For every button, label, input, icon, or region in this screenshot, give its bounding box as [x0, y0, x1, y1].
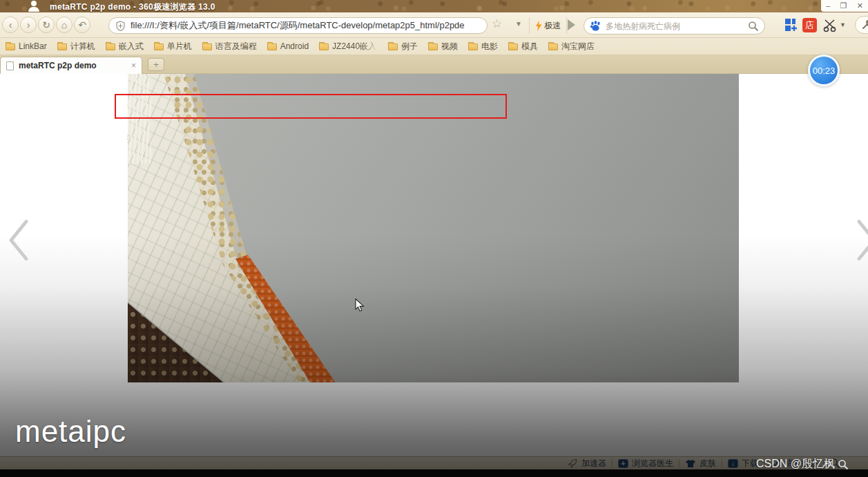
scissors-dropdown-arrow[interactable]: ▼	[840, 21, 846, 28]
undo-button[interactable]: ↶	[74, 17, 90, 33]
bookmark-label: Android	[280, 41, 309, 51]
skin-button[interactable]: 皮肤	[685, 458, 716, 469]
bookmark-label: 模具	[521, 41, 538, 52]
bookmarks-bar: LinkBar 计算机 嵌入式 单片机 语言及编程 Android JZ2440…	[0, 38, 868, 55]
speed-mode-button[interactable]: 极速	[529, 17, 567, 34]
apps-grid-icon[interactable]	[784, 18, 799, 32]
folder-icon	[468, 43, 478, 50]
bookmark-label: 例子	[401, 41, 418, 52]
letterbox-bar	[0, 469, 868, 477]
previous-arrow-icon[interactable]	[6, 218, 33, 262]
video-title-overlay: metaipc	[15, 414, 126, 449]
bookmark-label: 语言及编程	[215, 41, 257, 52]
bookmark-label: 计算机	[70, 41, 95, 52]
bookmark-item-mcu[interactable]: 单片机	[154, 41, 192, 52]
bookmark-label: 嵌入式	[119, 41, 144, 52]
shirt-icon	[685, 459, 696, 468]
tools-menu-button[interactable]	[855, 16, 868, 34]
bookmark-item-video[interactable]: 视频	[428, 41, 458, 52]
rocket-icon	[568, 458, 578, 468]
shop-icon[interactable]: 店	[802, 18, 817, 32]
bookmark-item-movies[interactable]: 电影	[468, 41, 498, 52]
bookmark-item-languages[interactable]: 语言及编程	[202, 41, 257, 52]
bookmark-item-computer[interactable]: 计算机	[57, 41, 95, 52]
folder-icon	[154, 43, 164, 50]
folder-icon	[548, 43, 558, 50]
go-arrow-button[interactable]	[568, 19, 575, 30]
search-box	[584, 17, 765, 35]
home-button[interactable]: ⌂	[56, 17, 73, 33]
bookmark-item-jz2440[interactable]: JZ2440嵌入式	[319, 41, 378, 52]
address-dropdown-arrow[interactable]: ▼	[515, 20, 522, 28]
back-button[interactable]: ‹	[2, 17, 19, 33]
bookmark-item-taobao[interactable]: 淘宝网店	[548, 41, 595, 52]
browser-toolbar: ‹ › ↻ ⌂ ↶ file:///I:/资料/嵌入式/项目篇/metaRTC/…	[0, 12, 868, 38]
bookmark-item-linkbar[interactable]: LinkBar	[6, 41, 47, 51]
tab-metartc-demo[interactable]: metaRTC p2p demo ×	[0, 57, 142, 74]
new-tab-button[interactable]: +	[148, 58, 164, 71]
page-icon	[6, 61, 14, 70]
tab-title: metaRTC p2p demo	[19, 61, 126, 70]
address-bar[interactable]: file:///I:/资料/嵌入式/项目篇/metaRTC/源码/metaRTC…	[108, 17, 488, 34]
skin-label: 皮肤	[700, 458, 716, 469]
folder-icon	[267, 43, 277, 50]
browser-doctor-button[interactable]: + 浏览器医生	[618, 458, 673, 469]
search-input[interactable]	[606, 21, 748, 31]
search-icon[interactable]	[748, 21, 759, 32]
tab-close-icon[interactable]: ×	[131, 61, 136, 70]
highlight-annotation-box	[115, 94, 507, 119]
close-button[interactable]: ✕	[857, 1, 863, 11]
timer-value: 00:23	[813, 66, 836, 76]
forward-button[interactable]: ›	[20, 17, 37, 33]
watermark-text: CSDN @殷忆枫	[756, 457, 835, 471]
folder-icon	[6, 43, 15, 50]
window-controls: – ❐ ✕	[821, 0, 868, 12]
folder-icon	[319, 43, 329, 50]
avatar-head	[31, 1, 37, 6]
csdn-watermark: CSDN @殷忆枫	[756, 457, 849, 471]
bookmark-label: 视频	[441, 41, 458, 52]
wrench-icon	[860, 19, 868, 31]
bookmark-item-examples[interactable]: 例子	[388, 41, 418, 52]
user-avatar-icon[interactable]	[28, 1, 40, 12]
bookmark-item-molds[interactable]: 模具	[508, 41, 538, 52]
accelerator-label: 加速器	[581, 458, 606, 469]
maximize-button[interactable]: ❐	[840, 1, 847, 11]
bookmark-label: 电影	[481, 41, 498, 52]
bookmark-item-android[interactable]: Android	[267, 41, 309, 51]
download-icon: ↓	[728, 459, 738, 468]
watermark-magnifier-icon	[838, 459, 849, 470]
browser-doctor-label: 浏览器医生	[632, 458, 673, 469]
avatar-body	[28, 7, 39, 12]
minimize-button[interactable]: –	[826, 1, 830, 11]
download-button[interactable]: ↓ 下载	[728, 458, 758, 469]
tab-bar: metaRTC p2p demo × +	[0, 55, 868, 74]
next-arrow-icon[interactable]	[855, 218, 868, 262]
divider	[722, 459, 722, 467]
bookmark-label: LinkBar	[19, 41, 47, 51]
mouse-cursor-icon	[355, 298, 365, 312]
window-title-bar: metaRTC p2p demo - 360极速浏览器 13.0	[0, 0, 868, 12]
folder-icon	[202, 43, 212, 50]
folder-icon	[57, 43, 67, 50]
shield-icon	[116, 21, 125, 31]
lightning-icon	[535, 21, 542, 31]
recording-timer-badge: 00:23	[808, 55, 840, 86]
refresh-button[interactable]: ↻	[38, 17, 55, 33]
first-aid-icon: +	[618, 459, 628, 468]
window-title: metaRTC p2p demo - 360极速浏览器 13.0	[50, 1, 215, 13]
bookmark-item-embedded[interactable]: 嵌入式	[106, 41, 144, 52]
hanging-strings	[128, 74, 151, 164]
folder-icon	[508, 43, 518, 50]
accelerator-button[interactable]: 加速器	[568, 458, 606, 469]
favorite-star-icon[interactable]: ☆	[492, 17, 502, 31]
status-bar: 加速器 + 浏览器医生 皮肤 ↓ 下载 清理痕迹	[0, 456, 868, 469]
divider	[612, 459, 613, 467]
scissors-icon[interactable]	[823, 18, 838, 32]
address-url-text[interactable]: file:///I:/资料/嵌入式/项目篇/metaRTC/源码/metaRTC…	[131, 19, 465, 32]
folder-icon	[428, 43, 438, 50]
folder-icon	[106, 43, 115, 50]
video-player[interactable]	[128, 74, 739, 382]
bookmark-label: 单片机	[167, 41, 192, 52]
bookmark-label: JZ2440嵌入式	[332, 41, 378, 52]
